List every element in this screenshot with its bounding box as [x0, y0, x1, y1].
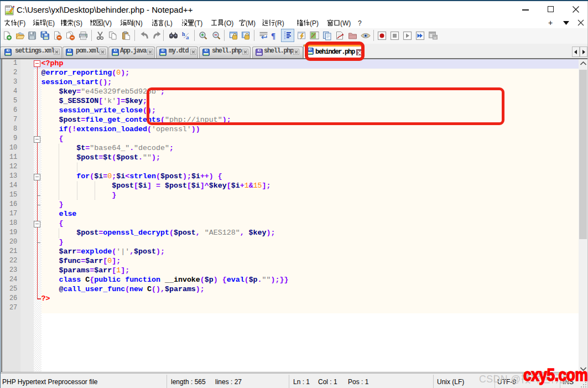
svg-text:uc: uc	[434, 36, 437, 39]
svg-text:¶: ¶	[271, 32, 275, 40]
svg-text:h: h	[182, 31, 185, 37]
svg-text:a: a	[186, 34, 189, 40]
